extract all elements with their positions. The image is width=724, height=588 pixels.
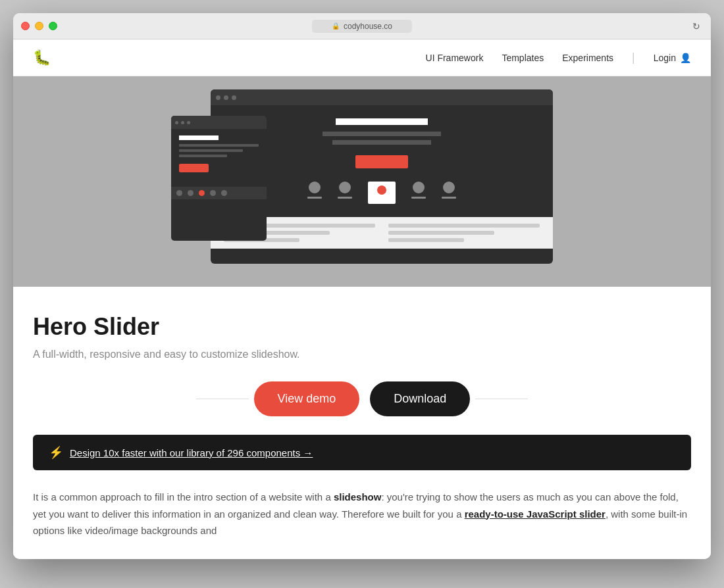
mock-nav-icon-4	[443, 182, 455, 193]
product-title: Hero Slider	[33, 313, 691, 341]
mock-nav-item-2	[338, 182, 352, 204]
promo-banner[interactable]: ⚡ Design 10x faster with our library of …	[33, 435, 691, 470]
mock-title-bar	[336, 118, 428, 125]
mock-nav-item-1	[307, 182, 322, 204]
nav-ui-framework[interactable]: UI Framework	[426, 53, 484, 63]
mockup-small-content	[171, 129, 267, 187]
mock-nav-item-active	[368, 182, 396, 204]
mockup-small-dot-2	[181, 121, 184, 124]
mock-sm-dot-2	[188, 190, 194, 196]
traffic-lights	[21, 22, 57, 30]
mock-sm-dot-active	[199, 190, 205, 196]
mock-nav-icon-1	[309, 182, 321, 193]
mock-line-4	[388, 224, 540, 228]
site-logo[interactable]: 🐛	[33, 49, 51, 66]
minimize-button[interactable]	[35, 22, 43, 30]
mock-cta-button	[355, 155, 408, 168]
mock-nav-row	[230, 182, 533, 204]
mock-sm-dot-3	[210, 190, 216, 196]
mockup-small-dot-3	[187, 121, 190, 124]
mock-nav-line-3	[411, 197, 426, 199]
title-bar: 🔒 codyhouse.co ↻	[13, 13, 711, 39]
nav-experiments[interactable]: Experiments	[562, 53, 613, 63]
login-button[interactable]: Login 👤	[654, 53, 691, 63]
lock-icon: 🔒	[332, 22, 340, 30]
mock-nav-icon-3	[413, 182, 425, 193]
refresh-button[interactable]: ↻	[692, 21, 700, 32]
mockup-small-dot-1	[175, 121, 178, 124]
mockup-dot-2	[224, 95, 228, 100]
buttons-row: View demo Download	[33, 381, 691, 416]
promo-text: Design 10x faster with our library of 29…	[70, 447, 313, 458]
mockup-small-browser	[171, 116, 267, 241]
body-text-1: It is a common approach to fill in the i…	[33, 491, 334, 502]
mockup-dot-3	[232, 95, 236, 100]
nav-templates[interactable]: Templates	[502, 53, 544, 63]
mock-nav-line-4	[442, 197, 456, 199]
body-text: It is a common approach to fill in the i…	[33, 489, 691, 539]
mockup-small-bar	[171, 116, 267, 129]
nav-links: UI Framework Templates Experiments | Log…	[426, 51, 691, 64]
mock-sm-dot-4	[221, 190, 227, 196]
mock-line-5	[388, 231, 494, 235]
nav-divider: |	[632, 51, 635, 64]
mock-sm-dot-1	[176, 190, 182, 196]
mock-nav-icon-2	[339, 182, 351, 193]
mock-nav-line-1	[307, 197, 322, 199]
nav-bar: 🐛 UI Framework Templates Experiments | L…	[13, 39, 711, 76]
mock-line-6	[388, 238, 464, 242]
body-bold-1: slideshow	[334, 491, 382, 502]
mock-nav-icon-active	[377, 185, 386, 195]
body-link-1[interactable]: ready-to-use JavaScript slider	[465, 508, 606, 520]
login-label: Login	[654, 53, 676, 63]
mockup-dot-1	[216, 95, 220, 100]
mock-nav-item-4	[442, 182, 456, 204]
mock-subtitle-1	[323, 132, 441, 136]
mockup-main-bar	[211, 89, 553, 105]
hero-area	[13, 76, 711, 287]
mock-sm-title	[179, 135, 219, 140]
mock-sm-line-3	[179, 155, 227, 157]
browser-window: 🔒 codyhouse.co ↻ 🐛 UI Framework Template…	[13, 13, 711, 559]
url-text: codyhouse.co	[344, 22, 392, 31]
address-bar[interactable]: 🔒 codyhouse.co	[312, 20, 412, 33]
mock-subtitle-2	[332, 140, 431, 145]
mock-sm-lines	[179, 144, 259, 157]
maximize-button[interactable]	[49, 22, 57, 30]
download-button[interactable]: Download	[370, 381, 470, 416]
mock-nav-line-2	[338, 197, 352, 199]
mock-nav-line-active	[375, 198, 389, 200]
mock-sm-button	[179, 164, 209, 172]
view-demo-button[interactable]: View demo	[254, 381, 360, 416]
close-button[interactable]	[21, 22, 30, 30]
mock-sm-nav	[171, 187, 267, 199]
left-divider	[196, 399, 249, 399]
mock-col-right	[388, 224, 540, 242]
right-divider	[475, 399, 528, 399]
user-icon: 👤	[680, 53, 691, 63]
mockup-container	[171, 89, 553, 274]
mock-sm-line-2	[179, 149, 243, 152]
mock-sm-line-1	[179, 144, 259, 147]
lightning-icon: ⚡	[49, 445, 63, 460]
product-description: A full-width, responsive and easy to cus…	[33, 349, 691, 360]
mock-nav-item-3	[411, 182, 426, 204]
content-section: Hero Slider A full-width, responsive and…	[13, 287, 711, 559]
